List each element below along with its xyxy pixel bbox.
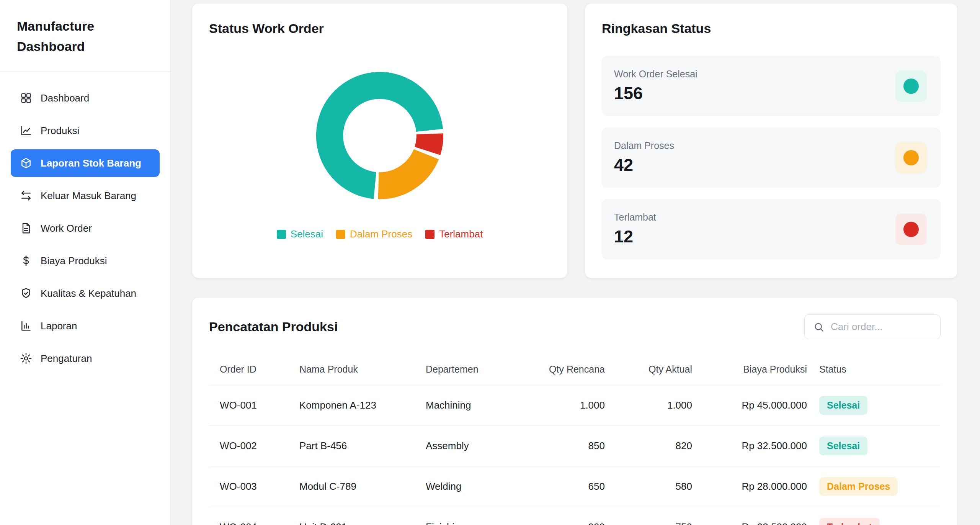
stat-label: Work Order Selesai xyxy=(614,69,697,80)
search-box[interactable] xyxy=(804,314,941,339)
table-row: WO-004Unit D-321Finishing900750Rp 38.500… xyxy=(209,507,941,525)
search-icon xyxy=(813,321,825,333)
donut-chart xyxy=(312,68,447,203)
sidebar-item-label: Laporan Stok Barang xyxy=(41,157,141,169)
sidebar-item-label: Keluar Masuk Barang xyxy=(41,190,136,202)
sidebar-item-label: Pengaturan xyxy=(41,353,92,365)
cell-department: Welding xyxy=(420,466,531,507)
status-badge: Selesai xyxy=(819,396,867,415)
stat-text: Work Order Selesai156 xyxy=(614,69,697,103)
top-row: Status Work Order SelesaiDalam ProsesTer… xyxy=(192,3,958,278)
legend-label: Terlambat xyxy=(439,228,483,240)
sidebar-item-keluar-masuk-barang[interactable]: Keluar Masuk Barang xyxy=(11,182,160,209)
cell-qty-actual: 820 xyxy=(611,426,698,466)
cell-status: Selesai xyxy=(813,385,941,426)
summary-card: Ringkasan Status Work Order Selesai156Da… xyxy=(585,3,958,278)
sidebar-item-label: Kualitas & Kepatuhan xyxy=(41,288,136,299)
production-title: Pencatatan Produksi xyxy=(209,319,338,334)
sidebar-item-pengaturan[interactable]: Pengaturan xyxy=(11,345,160,372)
status-badge: Terlambat xyxy=(819,518,880,525)
table-row: WO-002Part B-456Assembly850820Rp 32.500.… xyxy=(209,426,941,466)
legend-swatch-icon xyxy=(277,230,286,239)
cell-product: Modul C-789 xyxy=(293,466,420,507)
status-dot xyxy=(903,150,919,165)
cell-order-id: WO-004 xyxy=(209,507,293,525)
legend-swatch-icon xyxy=(336,230,345,239)
cell-qty-actual: 750 xyxy=(611,507,698,525)
stat-card-work-order-selesai: Work Order Selesai156 xyxy=(602,56,941,116)
cell-order-id: WO-002 xyxy=(209,426,293,466)
legend-label: Selesai xyxy=(291,228,323,240)
cell-product: Unit D-321 xyxy=(293,507,420,525)
status-dot-icon xyxy=(895,70,927,102)
summary-title: Ringkasan Status xyxy=(602,21,941,36)
sidebar-header: Manufacture Dashboard xyxy=(0,0,170,72)
stat-card-terlambat: Terlambat12 xyxy=(602,199,941,259)
cell-status: Terlambat xyxy=(813,507,941,525)
stat-label: Terlambat xyxy=(614,212,656,223)
cell-cost: Rp 32.500.000 xyxy=(698,426,813,466)
gear-icon xyxy=(20,352,32,365)
cell-qty-plan: 1.000 xyxy=(531,385,611,426)
production-card: Pencatatan Produksi Order IDNama ProdukD… xyxy=(192,297,958,525)
table-row: WO-003Modul C-789Welding650580Rp 28.000.… xyxy=(209,466,941,507)
column-header-qty-aktual: Qty Aktual xyxy=(611,357,698,385)
cell-status: Dalam Proses xyxy=(813,466,941,507)
sidebar-item-label: Laporan xyxy=(41,320,77,332)
sidebar-item-laporan[interactable]: Laporan xyxy=(11,312,160,340)
swap-arrows-icon xyxy=(20,190,32,202)
column-header-qty-rencana: Qty Rencana xyxy=(531,357,611,385)
status-dot xyxy=(903,222,919,237)
cell-qty-actual: 580 xyxy=(611,466,698,507)
cell-product: Part B-456 xyxy=(293,426,420,466)
table-row: WO-001Komponen A-123Machining1.0001.000R… xyxy=(209,385,941,426)
column-header-order-id: Order ID xyxy=(209,357,293,385)
main-content: Status Work Order SelesaiDalam ProsesTer… xyxy=(171,0,980,525)
legend-item-selesai: Selesai xyxy=(277,228,323,240)
sidebar-item-kualitas-kepatuhan[interactable]: Kualitas & Kepatuhan xyxy=(11,280,160,307)
summary-stats: Work Order Selesai156Dalam Proses42Terla… xyxy=(602,56,941,259)
column-header-nama-produk: Nama Produk xyxy=(293,357,420,385)
stat-value: 12 xyxy=(614,227,656,247)
status-work-order-card: Status Work Order SelesaiDalam ProsesTer… xyxy=(192,3,568,278)
legend-item-terlambat: Terlambat xyxy=(425,228,483,240)
cell-department: Finishing xyxy=(420,507,531,525)
cell-cost: Rp 38.500.000 xyxy=(698,507,813,525)
cell-qty-plan: 650 xyxy=(531,466,611,507)
stat-text: Terlambat12 xyxy=(614,212,656,247)
stat-label: Dalam Proses xyxy=(614,140,674,151)
cell-qty-actual: 1.000 xyxy=(611,385,698,426)
cell-qty-plan: 900 xyxy=(531,507,611,525)
sidebar-item-laporan-stok-barang[interactable]: Laporan Stok Barang xyxy=(11,149,160,177)
sidebar-item-label: Work Order xyxy=(41,222,92,234)
app-title: Manufacture Dashboard xyxy=(17,16,132,56)
cell-cost: Rp 28.000.000 xyxy=(698,466,813,507)
cell-order-id: WO-003 xyxy=(209,466,293,507)
legend-item-dalam-proses: Dalam Proses xyxy=(336,228,412,240)
document-icon xyxy=(20,222,32,234)
production-card-header: Pencatatan Produksi xyxy=(209,314,941,339)
chart-card-title: Status Work Order xyxy=(209,21,550,36)
table-header-row: Order IDNama ProdukDepartemenQty Rencana… xyxy=(209,357,941,385)
column-header-departemen: Departemen xyxy=(420,357,531,385)
sidebar-item-produksi[interactable]: Produksi xyxy=(11,117,160,144)
cell-order-id: WO-001 xyxy=(209,385,293,426)
sidebar-item-label: Biaya Produksi xyxy=(41,255,107,267)
sidebar-item-biaya-produksi[interactable]: Biaya Produksi xyxy=(11,247,160,275)
search-input[interactable] xyxy=(830,321,932,333)
sidebar-item-label: Dashboard xyxy=(41,92,89,104)
sidebar-item-work-order[interactable]: Work Order xyxy=(11,214,160,242)
cube-icon xyxy=(20,157,32,169)
sidebar-item-dashboard[interactable]: Dashboard xyxy=(11,84,160,112)
cell-department: Assembly xyxy=(420,426,531,466)
bar-chart-icon xyxy=(20,320,32,332)
column-header-status: Status xyxy=(813,357,941,385)
stat-value: 42 xyxy=(614,155,674,175)
donut-chart-wrap xyxy=(209,68,550,203)
donut-segment-dalam-proses xyxy=(379,154,426,186)
cell-cost: Rp 45.000.000 xyxy=(698,385,813,426)
sidebar-item-label: Produksi xyxy=(41,125,79,137)
cell-qty-plan: 850 xyxy=(531,426,611,466)
status-dot-icon xyxy=(895,214,927,245)
shield-check-icon xyxy=(20,287,32,299)
